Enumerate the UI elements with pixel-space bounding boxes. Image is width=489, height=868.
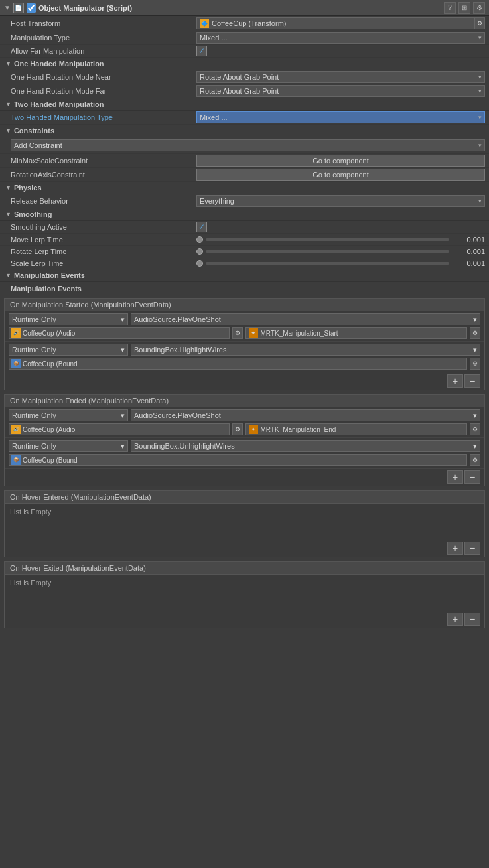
header-icons: ? ⊞ ⚙ bbox=[444, 2, 485, 14]
hover-exited-plus-btn[interactable]: + bbox=[447, 613, 463, 626]
scale-lerp-handle[interactable] bbox=[196, 260, 203, 267]
manipulation-events-label: Manipulation Events bbox=[0, 282, 489, 294]
manipulation-events-section-header[interactable]: ▼ Manipulation Events bbox=[0, 269, 489, 282]
coffee-cup-audio-gear-1[interactable]: ⚙ bbox=[232, 327, 243, 339]
coffee-cup-audio-icon-1: 🔊 bbox=[11, 328, 21, 338]
one-hand-far-row: One Hand Rotation Mode Far Rotate About … bbox=[0, 84, 489, 98]
hover-entered-spacer bbox=[5, 520, 484, 540]
release-behavior-value: Everything ▾ bbox=[196, 195, 485, 207]
audio-method-select-1[interactable]: AudioSource.PlayOneShot ▾ bbox=[131, 313, 480, 325]
hover-entered-plus-btn[interactable]: + bbox=[447, 542, 463, 555]
one-hand-far-dropdown[interactable]: Rotate About Grab Point ▾ bbox=[196, 85, 485, 97]
two-handed-type-dropdown[interactable]: Mixed ... ▾ bbox=[196, 111, 485, 123]
allow-far-label: Allow Far Manipulation bbox=[11, 47, 196, 55]
physics-arrow: ▼ bbox=[5, 184, 11, 191]
started-plus-btn[interactable]: + bbox=[447, 374, 463, 388]
coffee-cup-bound-ref-2[interactable]: 📦 CoffeeCup (Bound bbox=[9, 454, 467, 466]
release-behavior-dropdown[interactable]: Everything ▾ bbox=[196, 195, 485, 207]
hover-entered-minus-btn[interactable]: − bbox=[464, 542, 480, 555]
smoothing-section-header[interactable]: ▼ Smoothing bbox=[0, 208, 489, 221]
coffee-cup-bound-icon-1: 📦 bbox=[11, 359, 21, 368]
runtime-select-3[interactable]: Runtime Only ▾ bbox=[9, 409, 128, 421]
grid-icon[interactable]: ⊞ bbox=[458, 2, 470, 14]
coffee-cup-bound-gear-1[interactable]: ⚙ bbox=[470, 358, 480, 370]
script-icon: 📄 bbox=[13, 3, 24, 13]
allow-far-checkbox[interactable]: ✓ bbox=[196, 46, 207, 56]
rotation-constraint-row: RotationAxisConstraint Go to component bbox=[0, 168, 489, 182]
scale-lerp-label: Scale Lerp Time bbox=[11, 259, 196, 267]
coffee-cup-audio-text-1: CoffeeCup (Audio bbox=[23, 330, 75, 337]
coffee-cup-bound-ref-1[interactable]: 📦 CoffeeCup (Bound bbox=[9, 358, 467, 370]
minmax-value: Go to component bbox=[196, 155, 485, 167]
manipulation-started-entry-1: Runtime Only ▾ AudioSource.PlayOneShot ▾… bbox=[5, 311, 484, 342]
bounding-method-select-1[interactable]: BoundingBox.HighlightWires ▾ bbox=[131, 344, 480, 356]
one-handed-section-header[interactable]: ▼ One Handed Manipulation bbox=[0, 58, 489, 70]
rotate-lerp-track[interactable] bbox=[206, 250, 449, 253]
audio-method-select-2[interactable]: AudioSource.PlayOneShot ▾ bbox=[131, 409, 480, 421]
runtime-select-4[interactable]: Runtime Only ▾ bbox=[9, 440, 128, 452]
coffee-cup-audio-gear-2[interactable]: ⚙ bbox=[232, 423, 243, 435]
mrtk-end-text: MRTK_Manipulation_End bbox=[261, 426, 336, 433]
runtime-select-1-text: Runtime Only bbox=[12, 315, 56, 323]
manipulation-type-dropdown[interactable]: Mixed ... ▾ bbox=[196, 32, 485, 44]
audio-method-select-1-arrow: ▾ bbox=[473, 315, 477, 324]
smoothing-active-label: Smoothing Active bbox=[11, 223, 196, 231]
runtime-select-1[interactable]: Runtime Only ▾ bbox=[9, 313, 128, 325]
move-lerp-track[interactable] bbox=[206, 238, 449, 241]
rotation-go-btn[interactable]: Go to component bbox=[196, 169, 485, 181]
host-transform-label: Host Transform bbox=[11, 19, 196, 27]
minmax-go-btn[interactable]: Go to component bbox=[196, 155, 485, 167]
host-transform-field[interactable]: 🔷 CoffeeCup (Transform) bbox=[196, 17, 474, 29]
mrtk-end-gear[interactable]: ⚙ bbox=[470, 423, 480, 435]
bounding-method-select-2[interactable]: BoundingBox.UnhighlightWires ▾ bbox=[131, 440, 480, 452]
rotate-lerp-handle[interactable] bbox=[196, 248, 203, 255]
coffee-cup-audio-ref-2[interactable]: 🔊 CoffeeCup (Audio bbox=[9, 423, 230, 435]
ended-plus-btn[interactable]: + bbox=[447, 470, 463, 484]
mrtk-start-icon: ✦ bbox=[249, 328, 258, 338]
runtime-select-1-arrow: ▾ bbox=[121, 315, 125, 324]
mrtk-start-gear[interactable]: ⚙ bbox=[470, 327, 480, 339]
settings-icon[interactable]: ⚙ bbox=[473, 2, 485, 14]
manipulation-started-entry-2-row1: Runtime Only ▾ BoundingBox.HighlightWire… bbox=[9, 344, 480, 356]
smoothing-active-checkbox[interactable]: ✓ bbox=[196, 222, 207, 232]
minmax-row: MinMaxScaleConstraint Go to component bbox=[0, 154, 489, 168]
manipulation-type-label: Manipulation Type bbox=[11, 34, 196, 42]
physics-section-header[interactable]: ▼ Physics bbox=[0, 182, 489, 194]
one-hand-far-arrow: ▾ bbox=[478, 88, 482, 94]
manipulation-started-entry-2-row2: 📦 CoffeeCup (Bound ⚙ bbox=[9, 358, 480, 370]
mrtk-end-field[interactable]: ✦ MRTK_Manipulation_End bbox=[245, 423, 468, 435]
mrtk-end-icon: ✦ bbox=[249, 425, 258, 434]
mrtk-start-field[interactable]: ✦ MRTK_Manipulation_Start bbox=[245, 327, 468, 339]
two-handed-section-header[interactable]: ▼ Two Handed Manipulation bbox=[0, 98, 489, 111]
two-handed-type-arrow: ▾ bbox=[478, 114, 482, 121]
add-constraint-dropdown[interactable]: Add Constraint ▾ bbox=[11, 139, 485, 151]
scale-lerp-track[interactable] bbox=[206, 262, 449, 265]
help-icon[interactable]: ? bbox=[444, 2, 456, 14]
manipulation-started-entry-1-row1: Runtime Only ▾ AudioSource.PlayOneShot ▾ bbox=[9, 313, 480, 325]
fold-arrow[interactable]: ▼ bbox=[4, 4, 11, 11]
mrtk-start-text: MRTK_Manipulation_Start bbox=[261, 330, 338, 337]
runtime-select-3-text: Runtime Only bbox=[12, 411, 56, 419]
events-section: Manipulation Events On Manipulation Star… bbox=[0, 282, 489, 636]
hover-exited-plus-minus: + − bbox=[5, 611, 484, 628]
hover-exited-minus-btn[interactable]: − bbox=[464, 613, 480, 626]
runtime-select-2[interactable]: Runtime Only ▾ bbox=[9, 344, 128, 356]
add-constraint-text: Add Constraint bbox=[14, 141, 62, 149]
constraints-section-header[interactable]: ▼ Constraints bbox=[0, 125, 489, 137]
ended-plus-minus: + − bbox=[5, 469, 484, 486]
coffee-cup-audio-ref-1[interactable]: 🔊 CoffeeCup (Audio bbox=[9, 327, 230, 339]
bounding-method-select-2-text: BoundingBox.UnhighlightWires bbox=[134, 442, 235, 450]
transform-icon: 🔷 bbox=[200, 19, 209, 28]
on-manipulation-ended-header: On Manipulation Ended (ManipulationEvent… bbox=[5, 395, 484, 407]
started-minus-btn[interactable]: − bbox=[464, 374, 480, 388]
host-transform-gear[interactable]: ⚙ bbox=[474, 17, 485, 29]
ended-minus-btn[interactable]: − bbox=[464, 470, 480, 484]
inspector-panel: ▼ 📄 Object Manipulator (Script) ? ⊞ ⚙ Ho… bbox=[0, 0, 489, 636]
rotate-lerp-row: Rotate Lerp Time 0.001 bbox=[0, 246, 489, 257]
enable-checkbox[interactable] bbox=[27, 3, 36, 13]
two-handed-arrow: ▼ bbox=[5, 101, 11, 108]
runtime-select-2-text: Runtime Only bbox=[12, 346, 56, 354]
coffee-cup-bound-gear-2[interactable]: ⚙ bbox=[470, 454, 480, 466]
one-hand-near-dropdown[interactable]: Rotate About Grab Point ▾ bbox=[196, 71, 485, 83]
move-lerp-handle[interactable] bbox=[196, 236, 203, 243]
